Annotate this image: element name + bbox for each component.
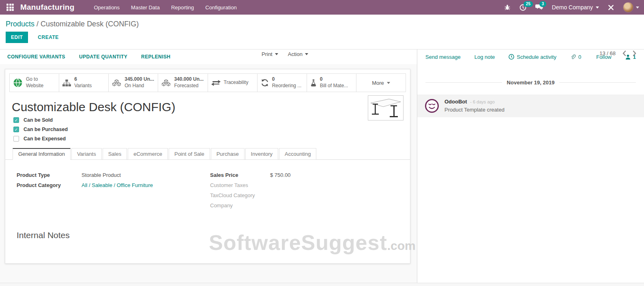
control-panel: Products / Customizable Desk (CONFIG) ED…: [0, 15, 644, 49]
product-image[interactable]: [368, 95, 404, 120]
checkbox-label: Can be Expensed: [24, 136, 66, 142]
schedule-activity-button[interactable]: Schedule activity: [509, 54, 556, 60]
product-title: Customizable Desk (CONFIG): [12, 100, 404, 114]
can-be-purchased-checkbox[interactable]: ✓: [13, 127, 19, 132]
field-label: Product Category: [17, 182, 82, 188]
more-label: More: [372, 80, 384, 86]
apps-grid-icon[interactable]: [6, 4, 14, 11]
field-product-type: Product Type Storable Product: [17, 172, 210, 178]
activity-count-badge: 25: [524, 1, 533, 7]
smart-button-line1: Go to: [26, 76, 38, 82]
activities-clock-icon[interactable]: 25: [519, 4, 526, 11]
chatter-panel: Send message Log note Schedule activity …: [417, 49, 644, 283]
field-customer-taxes: Customer Taxes: [210, 182, 404, 188]
tab-general-information[interactable]: General Information: [13, 148, 71, 160]
notebook-tabs: General Information Variants Sales eComm…: [5, 148, 410, 160]
send-message-button[interactable]: Send message: [425, 54, 461, 60]
date-divider: November 19, 2019: [425, 80, 636, 86]
smart-button-value: 340.000 Un...: [174, 76, 204, 82]
field-label: Company: [210, 202, 270, 209]
tab-point-of-sale[interactable]: Point of Sale: [169, 148, 210, 160]
smart-button-forecasted[interactable]: 340.000 Un...Forecasted: [158, 74, 208, 92]
field-product-category: Product Category All / Saleable / Office…: [17, 182, 210, 188]
field-group-right: Sales Price $ 750.00 Customer Taxes TaxC…: [210, 172, 404, 213]
smart-buttons-bar: Go toWebsite 6Variants 345.000 Un...On H…: [9, 73, 406, 92]
smart-button-traceability[interactable]: Traceability: [208, 74, 258, 92]
tab-accounting[interactable]: Accounting: [279, 148, 316, 160]
top-nav-bar: Manufacturing Operations Master Data Rep…: [0, 0, 644, 15]
schedule-activity-label: Schedule activity: [517, 54, 556, 60]
field-label: Product Type: [17, 172, 82, 178]
message-body: Product Template created: [444, 107, 504, 113]
globe-icon: [13, 78, 23, 88]
action-dropdown[interactable]: Action: [288, 51, 308, 57]
print-dropdown[interactable]: Print: [262, 51, 278, 57]
tab-ecommerce[interactable]: eCommerce: [128, 148, 168, 160]
create-button[interactable]: CREATE: [38, 34, 58, 40]
field-group-left: Product Type Storable Product Product Ca…: [17, 172, 210, 213]
action-label: Action: [288, 51, 303, 57]
menu-operations[interactable]: Operations: [94, 4, 120, 11]
print-label: Print: [262, 51, 273, 57]
company-name: Demo Company: [552, 4, 593, 11]
menu-configuration[interactable]: Configuration: [205, 4, 236, 11]
menu-reporting[interactable]: Reporting: [171, 4, 194, 11]
field-label: Customer Taxes: [210, 182, 270, 188]
support-tools-icon[interactable]: [608, 4, 614, 11]
chatter-message: OdooBot - 6 days ago Product Template cr…: [417, 95, 644, 117]
horizontal-scrollbar[interactable]: [0, 283, 644, 286]
pager-value: 13 / 68: [599, 50, 616, 56]
edit-button[interactable]: EDIT: [6, 32, 28, 43]
form-panel: CONFIGURE VARIANTS UPDATE QUANTITY REPLE…: [0, 49, 417, 283]
internal-notes-heading: Internal Notes: [17, 230, 410, 240]
breadcrumb-products-link[interactable]: Products: [6, 20, 34, 28]
odoobot-avatar: [425, 99, 439, 113]
smart-button-on-hand[interactable]: 345.000 Un...On Hand: [109, 74, 158, 92]
smart-button-website[interactable]: Go toWebsite: [10, 74, 59, 92]
smart-button-variants[interactable]: 6Variants: [59, 74, 109, 92]
smart-button-label: On Hand: [125, 83, 144, 88]
smart-button-reordering[interactable]: 0Reordering ...: [258, 74, 307, 92]
paperclip-icon: [570, 54, 576, 60]
tab-purchase[interactable]: Purchase: [211, 148, 245, 160]
tab-sales[interactable]: Sales: [103, 148, 127, 160]
product-category-link[interactable]: All / Saleable / Office Furniture: [82, 182, 153, 188]
statusbar-buttons: CONFIGURE VARIANTS UPDATE QUANTITY REPLE…: [0, 49, 417, 64]
replenish-button[interactable]: REPLENISH: [141, 54, 170, 60]
main-menu: Operations Master Data Reporting Configu…: [94, 4, 237, 11]
chevron-down-icon: [387, 82, 390, 84]
pager-previous-icon[interactable]: [622, 50, 626, 56]
message-timestamp: - 6 days ago: [470, 99, 495, 104]
field-company: Company: [210, 202, 404, 209]
message-author[interactable]: OdooBot: [444, 99, 467, 105]
pager-next-icon[interactable]: [633, 50, 637, 56]
message-count-badge: 3: [539, 1, 547, 7]
smart-button-label: Variants: [74, 83, 92, 88]
field-label: Sales Price: [210, 172, 270, 178]
flask-icon: [310, 79, 317, 87]
tab-variants[interactable]: Variants: [71, 148, 102, 160]
user-menu[interactable]: [623, 2, 639, 13]
menu-master-data[interactable]: Master Data: [131, 4, 160, 11]
can-be-expensed-checkbox[interactable]: [13, 136, 19, 142]
tab-inventory[interactable]: Inventory: [245, 148, 278, 160]
configure-variants-button[interactable]: CONFIGURE VARIANTS: [7, 54, 65, 60]
app-name[interactable]: Manufacturing: [20, 3, 75, 12]
breadcrumb-current: Customizable Desk (CONFIG): [41, 20, 139, 28]
form-background: Go toWebsite 6Variants 345.000 Un...On H…: [0, 64, 417, 283]
exchange-arrows-icon: [211, 80, 221, 86]
checkbox-row-can-be-purchased: ✓ Can be Purchased: [13, 127, 410, 132]
smart-button-label: Traceability: [224, 80, 249, 85]
smart-button-bom[interactable]: 0Bill of Mate...: [307, 74, 356, 92]
log-note-button[interactable]: Log note: [474, 54, 495, 60]
form-sheet: Go toWebsite 6Variants 345.000 Un...On H…: [5, 69, 410, 264]
attachments-button[interactable]: 0: [570, 54, 581, 60]
messages-chat-icon[interactable]: 3: [535, 4, 543, 11]
can-be-sold-checkbox[interactable]: ✓: [13, 117, 19, 123]
smart-button-value: 0: [320, 76, 323, 82]
update-quantity-button[interactable]: UPDATE QUANTITY: [79, 54, 127, 60]
smart-button-more[interactable]: More: [356, 74, 406, 92]
sitemap-icon: [62, 80, 71, 86]
debug-bug-icon[interactable]: [504, 4, 511, 11]
company-switcher[interactable]: Demo Company: [552, 4, 599, 11]
